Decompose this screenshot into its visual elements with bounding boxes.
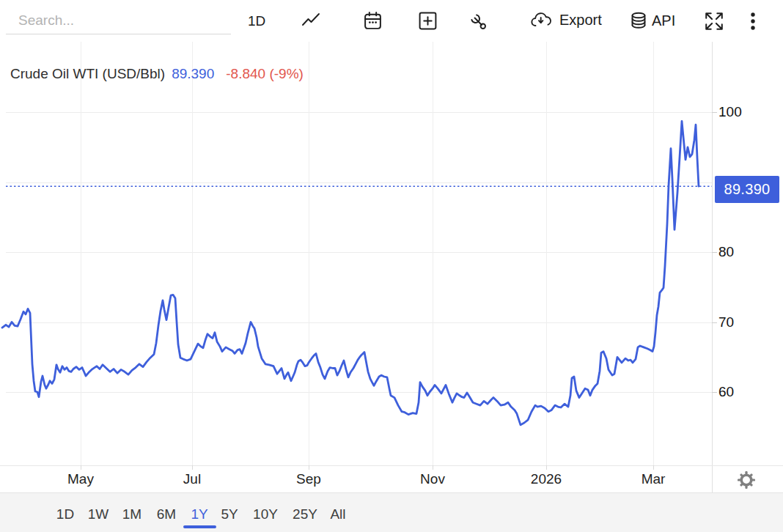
range-tab-6m[interactable]: 6M [157,506,176,522]
range-tab-10y[interactable]: 10Y [253,506,278,522]
last-price-badge-value: 89.390 [724,181,771,198]
range-tab-all[interactable]: All [330,506,345,522]
range-tab-1d[interactable]: 1D [56,506,74,522]
chart-widget: 1D [0,0,783,532]
range-tab-5y[interactable]: 5Y [221,506,238,522]
price-change-value: -8.840 (-9%) [226,66,304,82]
range-tab-1w[interactable]: 1W [88,506,109,522]
chart-legend: Crude Oil WTI (USD/Bbl) 89.390 -8.840 (-… [10,66,304,82]
active-tab-underline [183,525,216,528]
price-line-path [2,121,699,425]
range-tab-1m[interactable]: 1M [122,506,141,522]
range-tab-1y[interactable]: 1Y [191,506,207,522]
last-price-badge: 89.390 [715,176,779,203]
settings-button[interactable] [736,470,757,490]
settings-gear-icon [736,470,757,490]
range-tab-bar: 1D 1W 1M 6M 1Y 5Y 10Y 25Y All [0,492,783,532]
instrument-title: Crude Oil WTI (USD/Bbl) [10,66,165,82]
last-price-value: 89.390 [172,66,214,82]
range-tab-25y[interactable]: 25Y [293,506,317,522]
